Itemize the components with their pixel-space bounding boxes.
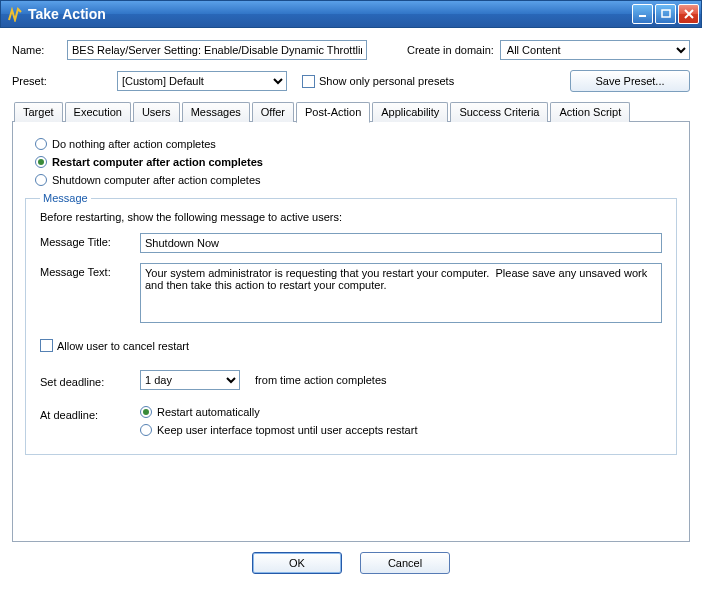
name-input[interactable] <box>67 40 367 60</box>
window-titlebar: Take Action <box>0 0 702 28</box>
cancel-button[interactable]: Cancel <box>360 552 450 574</box>
minimize-button[interactable] <box>632 4 653 24</box>
close-button[interactable] <box>678 4 699 24</box>
name-label: Name: <box>12 44 67 56</box>
deadline-select[interactable]: 1 day <box>140 370 240 390</box>
deadline-suffix: from time action completes <box>255 374 386 386</box>
tab-execution[interactable]: Execution <box>65 102 131 122</box>
tab-action-script[interactable]: Action Script <box>550 102 630 122</box>
message-legend: Message <box>40 192 91 204</box>
show-personal-checkbox[interactable]: Show only personal presets <box>302 75 454 88</box>
tab-success-criteria[interactable]: Success Criteria <box>450 102 548 122</box>
tab-bar: Target Execution Users Messages Offer Po… <box>12 102 690 122</box>
ok-button[interactable]: OK <box>252 552 342 574</box>
at-deadline-label: At deadline: <box>40 406 140 436</box>
radio-icon <box>140 406 152 418</box>
tab-messages[interactable]: Messages <box>182 102 250 122</box>
radio-restart-label: Restart computer after action completes <box>52 156 263 168</box>
message-fieldset: Message Before restarting, show the foll… <box>25 192 677 455</box>
app-icon <box>7 6 23 22</box>
show-personal-label: Show only personal presets <box>319 75 454 87</box>
domain-label: Create in domain: <box>407 44 494 56</box>
radio-do-nothing[interactable]: Do nothing after action completes <box>35 138 677 150</box>
radio-icon <box>35 174 47 186</box>
radio-shutdown[interactable]: Shutdown computer after action completes <box>35 174 677 186</box>
message-title-label: Message Title: <box>40 233 140 253</box>
radio-do-nothing-label: Do nothing after action completes <box>52 138 216 150</box>
message-text-area[interactable] <box>140 263 662 323</box>
preset-select[interactable]: [Custom] Default <box>117 71 287 91</box>
preset-label: Preset: <box>12 75 67 87</box>
checkbox-icon <box>40 339 53 352</box>
radio-restart[interactable]: Restart computer after action completes <box>35 156 677 168</box>
domain-select[interactable]: All Content <box>500 40 690 60</box>
radio-deadline-restart-label: Restart automatically <box>157 406 260 418</box>
tab-post-action[interactable]: Post-Action <box>296 102 370 123</box>
deadline-label: Set deadline: <box>40 373 140 388</box>
radio-icon <box>140 424 152 436</box>
radio-shutdown-label: Shutdown computer after action completes <box>52 174 261 186</box>
tab-offer[interactable]: Offer <box>252 102 294 122</box>
tab-target[interactable]: Target <box>14 102 63 122</box>
message-intro: Before restarting, show the following me… <box>40 211 662 223</box>
radio-icon <box>35 138 47 150</box>
checkbox-icon <box>302 75 315 88</box>
radio-icon <box>35 156 47 168</box>
tab-content-post-action: Do nothing after action completes Restar… <box>12 122 690 542</box>
tab-users[interactable]: Users <box>133 102 180 122</box>
maximize-button[interactable] <box>655 4 676 24</box>
radio-deadline-keep-label: Keep user interface topmost until user a… <box>157 424 417 436</box>
svg-rect-1 <box>662 10 670 17</box>
radio-deadline-restart[interactable]: Restart automatically <box>140 406 417 418</box>
dialog-footer: OK Cancel <box>12 542 690 580</box>
message-title-input[interactable] <box>140 233 662 253</box>
save-preset-button[interactable]: Save Preset... <box>570 70 690 92</box>
radio-deadline-keep[interactable]: Keep user interface topmost until user a… <box>140 424 417 436</box>
allow-cancel-label: Allow user to cancel restart <box>57 340 189 352</box>
allow-cancel-checkbox[interactable]: Allow user to cancel restart <box>40 339 189 352</box>
tab-applicability[interactable]: Applicability <box>372 102 448 122</box>
message-text-label: Message Text: <box>40 263 140 325</box>
window-title: Take Action <box>28 6 632 22</box>
